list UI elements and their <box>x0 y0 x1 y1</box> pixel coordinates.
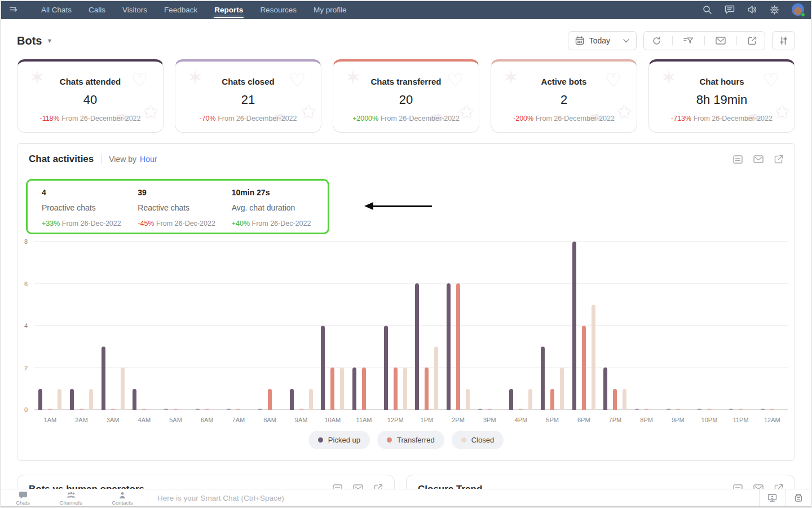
bar-closed <box>434 347 438 410</box>
bar-picked-up <box>698 409 701 410</box>
copy-icon[interactable] <box>785 489 811 506</box>
bar-transferred <box>48 409 52 410</box>
nav-item-calls[interactable]: Calls <box>80 0 114 19</box>
bar-group-12am <box>756 242 788 410</box>
gear-icon[interactable] <box>770 5 779 15</box>
bar-group-5am <box>160 242 192 410</box>
legend-dot <box>387 437 392 443</box>
change-compare: From 26-Dec-2022 <box>250 220 311 227</box>
refresh-icon[interactable] <box>652 36 661 46</box>
bar-picked-up <box>321 326 325 410</box>
stat-card-change: -200% From 26-December-2022 <box>491 115 637 122</box>
bar-closed <box>717 409 721 410</box>
smart-chat-dock: ChatsChannelsContacts <box>1 489 811 506</box>
bar-group-8pm <box>631 242 663 410</box>
bar-transferred <box>80 409 83 410</box>
legend-label: Closed <box>471 436 494 444</box>
date-range-button[interactable]: Today <box>568 31 637 50</box>
change-percent: -70% <box>200 115 216 122</box>
dock-item-channels[interactable]: Channels <box>60 491 82 506</box>
customize-button[interactable] <box>772 31 795 50</box>
highlight-label: Proactive chats <box>42 203 138 212</box>
channels-icon <box>66 492 76 499</box>
change-percent: -118% <box>39 115 59 122</box>
online-status-dot <box>801 12 805 17</box>
bar-group-2pm <box>443 242 474 410</box>
nav-item-feedback[interactable]: Feedback <box>156 0 206 19</box>
x-tick-label: 9AM <box>285 417 317 423</box>
bar-group-12pm <box>379 242 411 410</box>
stat-card-change: -713% From 26-December-2022 <box>649 115 795 122</box>
table-view-icon[interactable] <box>733 155 743 164</box>
stat-cards: ✶♡☁✩Chats attended40-118% From 26-Decemb… <box>17 59 795 133</box>
bar-closed <box>560 367 564 410</box>
bar-picked-up <box>133 389 136 410</box>
view-by-hour-link[interactable]: Hour <box>140 155 157 164</box>
bar-closed <box>780 409 784 410</box>
legend-item-transferred[interactable]: Transferred <box>377 431 444 449</box>
bar-group-10am <box>317 242 348 410</box>
bar-closed <box>183 409 187 410</box>
bar-picked-up <box>102 347 105 410</box>
stat-card-change: -118% From 26-December-2022 <box>17 115 163 122</box>
export-icon[interactable] <box>774 155 783 164</box>
calendar-icon <box>575 36 584 45</box>
view-by-label: View by <box>109 155 136 164</box>
bar-group-4am <box>129 242 160 410</box>
mail-icon[interactable] <box>753 155 764 163</box>
stat-card-value: 2 <box>491 93 637 107</box>
x-tick-label: 7AM <box>223 417 254 423</box>
x-tick-label: 9PM <box>662 417 694 423</box>
bar-transferred <box>676 409 680 410</box>
highlight-label: Avg. chat duration <box>232 203 328 212</box>
nav-item-all-chats[interactable]: All Chats <box>33 0 80 19</box>
dock-item-chats[interactable]: Chats <box>16 490 30 506</box>
nav-item-reports[interactable]: Reports <box>206 0 251 19</box>
legend-item-picked-up[interactable]: Picked up <box>308 431 370 449</box>
bar-group-7pm <box>599 242 631 410</box>
panel-title: Chat activities <box>29 154 94 165</box>
change-compare: From 26-December-2022 <box>691 115 773 122</box>
filter-icon[interactable] <box>683 37 694 45</box>
bar-picked-up <box>352 367 356 410</box>
stat-card-value: 21 <box>175 93 321 107</box>
mail-icon[interactable] <box>716 37 726 45</box>
export-icon[interactable] <box>748 36 757 45</box>
stat-card-title: Chats closed <box>175 77 321 86</box>
nav-item-my-profile[interactable]: My profile <box>305 0 355 19</box>
bar-picked-up <box>447 283 451 410</box>
x-tick-label: 5AM <box>160 417 192 423</box>
bar-picked-up <box>667 409 670 410</box>
bar-transferred <box>268 389 272 410</box>
legend-dot <box>461 437 466 443</box>
search-icon[interactable] <box>703 5 712 15</box>
highlight-stat-proactive-chats: 4Proactive chats+33% From 26-Dec-2022 <box>42 188 138 233</box>
legend-label: Transferred <box>397 436 435 444</box>
feedback-chat-icon[interactable] <box>725 5 735 14</box>
dock-item-label: Chats <box>16 500 30 506</box>
sound-icon[interactable] <box>747 5 757 14</box>
nav-item-visitors[interactable]: Visitors <box>114 0 156 19</box>
nav-item-resources[interactable]: Resources <box>251 0 305 19</box>
dock-item-contacts[interactable]: Contacts <box>112 491 133 506</box>
bar-closed <box>686 409 690 410</box>
stat-card-title: Chats attended <box>17 77 163 86</box>
legend-item-closed[interactable]: Closed <box>452 431 504 449</box>
smart-chat-input[interactable] <box>148 489 759 506</box>
bar-closed <box>466 389 470 410</box>
bar-closed <box>654 409 658 410</box>
bar-transferred <box>582 326 586 410</box>
bar-transferred <box>550 389 554 410</box>
avatar[interactable] <box>792 3 804 16</box>
bar-group-4pm <box>505 242 537 410</box>
presentation-icon[interactable] <box>760 489 785 506</box>
bar-closed <box>623 389 626 410</box>
bar-closed <box>121 367 125 410</box>
report-selector[interactable]: Bots ▼ <box>17 34 52 47</box>
arrow-head-icon <box>364 202 373 210</box>
bar-closed <box>592 305 595 410</box>
top-nav: All ChatsCallsVisitorsFeedbackReportsRes… <box>0 0 812 19</box>
bar-closed <box>340 367 344 410</box>
sidebar-toggle-icon[interactable] <box>9 6 19 14</box>
highlight-change: +33% From 26-Dec-2022 <box>42 220 138 227</box>
